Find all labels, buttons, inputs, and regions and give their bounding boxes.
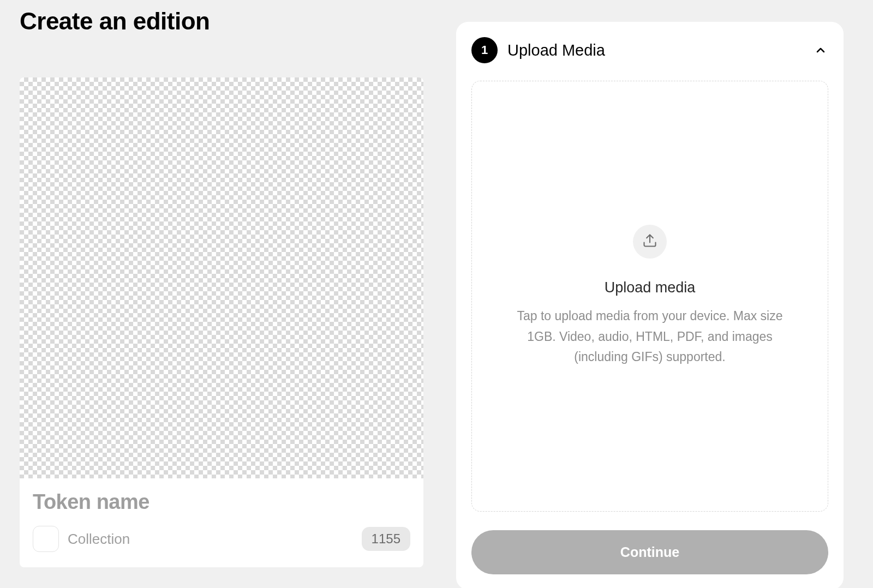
token-name-placeholder: Token name xyxy=(33,490,410,514)
upload-media-panel: 1 Upload Media xyxy=(456,22,844,588)
collection-left: Collection xyxy=(33,526,130,552)
preview-info: Token name Collection 1155 xyxy=(20,478,423,567)
collection-label: Collection xyxy=(68,531,130,548)
panel-header[interactable]: 1 Upload Media xyxy=(471,37,828,63)
preview-image-placeholder xyxy=(20,77,423,478)
panel-title: Upload Media xyxy=(507,41,605,59)
upload-dropzone[interactable]: Upload media Tap to upload media from yo… xyxy=(471,81,828,512)
page-title: Create an edition xyxy=(20,8,423,35)
continue-button[interactable]: Continue xyxy=(471,530,828,574)
upload-icon-circle xyxy=(633,225,667,259)
preview-card: Token name Collection 1155 xyxy=(20,77,423,567)
upload-icon xyxy=(642,233,657,250)
token-standard-badge: 1155 xyxy=(362,527,410,551)
step-number-badge: 1 xyxy=(471,37,498,63)
collection-avatar-placeholder xyxy=(33,526,59,552)
panel-header-left: 1 Upload Media xyxy=(471,37,605,63)
upload-title: Upload media xyxy=(605,279,696,296)
upload-description: Tap to upload media from your device. Ma… xyxy=(505,306,794,368)
chevron-up-icon[interactable] xyxy=(813,43,828,58)
collection-row: Collection 1155 xyxy=(33,526,410,552)
